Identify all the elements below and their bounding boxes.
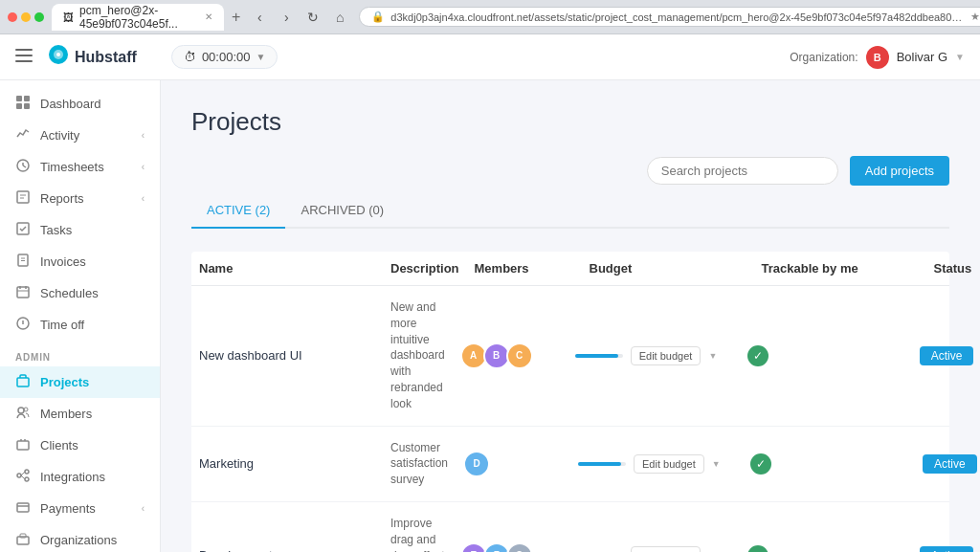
svg-rect-2 xyxy=(15,60,33,62)
project-members: E F G xyxy=(453,542,568,552)
avatar: G xyxy=(506,542,533,552)
sidebar-item-tasks[interactable]: Tasks xyxy=(0,214,160,246)
project-description: Improve drag and drop effect in product … xyxy=(383,516,453,552)
logo-icon xyxy=(48,44,69,70)
address-bar[interactable]: 🔒 d3kdj0p3ajn4xa.cloudfront.net/assets/s… xyxy=(359,7,980,27)
new-tab-button[interactable]: + xyxy=(232,4,240,31)
add-projects-button[interactable]: Add projects xyxy=(850,156,949,186)
menu-icon[interactable] xyxy=(15,47,33,67)
traffic-light-red[interactable] xyxy=(8,12,17,22)
reports-icon xyxy=(15,190,31,207)
sidebar-item-reports[interactable]: Reports ‹ xyxy=(0,183,160,214)
app-body: Dashboard Activity ‹ Timesheets ‹ Report… xyxy=(0,80,980,552)
sidebar-item-schedules[interactable]: Schedules xyxy=(0,277,160,309)
svg-point-5 xyxy=(56,53,60,56)
project-trackable: ✓ xyxy=(740,545,912,552)
browser-tab[interactable]: 🖼 pcm_hero@2x-45e9bf073c04e5f... ✕ xyxy=(52,4,224,31)
sidebar-item-activity[interactable]: Activity ‹ xyxy=(0,120,160,151)
search-input[interactable] xyxy=(647,157,838,185)
svg-point-33 xyxy=(25,470,29,474)
svg-line-12 xyxy=(23,166,26,167)
timesheets-chevron-icon: ‹ xyxy=(142,162,145,172)
edit-budget-button[interactable]: Edit budget xyxy=(631,546,702,552)
timer-chevron-icon: ▼ xyxy=(256,52,266,62)
logo-text: Hubstaff xyxy=(75,49,137,66)
reload-button[interactable]: ↻ xyxy=(301,6,324,29)
main-content: Projects Add projects ACTIVE (2) ARCHIVE… xyxy=(161,80,980,552)
sidebar-item-dashboard[interactable]: Dashboard xyxy=(0,88,160,120)
dashboard-icon xyxy=(15,96,31,112)
top-nav: Hubstaff ⏱ 00:00:00 ▼ Organization: B Bo… xyxy=(0,34,980,80)
schedules-icon xyxy=(15,285,31,301)
org-chevron-icon[interactable]: ▼ xyxy=(955,52,965,62)
members-icon xyxy=(15,406,31,422)
home-button[interactable]: ⌂ xyxy=(328,6,351,29)
sidebar-item-projects[interactable]: Projects xyxy=(0,366,160,398)
avatar: C xyxy=(506,342,533,369)
sidebar-item-organizations[interactable]: Organizations xyxy=(0,524,160,552)
sidebar-item-members[interactable]: Members xyxy=(0,398,160,430)
svg-point-34 xyxy=(25,477,29,481)
back-button[interactable]: ‹ xyxy=(248,6,271,29)
sidebar-item-integrations[interactable]: Integrations xyxy=(0,461,160,493)
top-actions: Add projects xyxy=(191,156,949,186)
org-label: Organization: xyxy=(790,51,858,64)
project-budget: Edit budget ▼ xyxy=(568,546,740,552)
projects-table: Name Description Members Budget Trackabl… xyxy=(191,252,949,552)
projects-icon xyxy=(15,374,31,390)
sidebar-item-label: Schedules xyxy=(40,286,99,300)
svg-rect-9 xyxy=(24,103,30,109)
tab-title: pcm_hero@2x-45e9bf073c04e5f... xyxy=(79,4,199,31)
edit-budget-button[interactable]: Edit budget xyxy=(634,454,704,474)
sidebar-item-invoices[interactable]: Invoices xyxy=(0,246,160,277)
trackable-check-icon: ✓ xyxy=(747,345,768,366)
sidebar-item-timesheets[interactable]: Timesheets ‹ xyxy=(0,151,160,183)
budget-chevron-icon: ▼ xyxy=(712,459,721,469)
project-name: Marketing xyxy=(191,456,383,471)
active-badge: Active xyxy=(920,546,974,552)
forward-button[interactable]: › xyxy=(275,6,298,29)
svg-rect-6 xyxy=(16,96,22,101)
sidebar-item-timeoff[interactable]: Time off xyxy=(0,309,160,341)
active-badge: Active xyxy=(923,454,977,474)
sidebar-item-label: Activity xyxy=(40,128,79,143)
avatar: E xyxy=(460,542,487,552)
avatar: D xyxy=(463,451,490,477)
project-description: New and more intuitive dashboard with re… xyxy=(383,299,453,412)
reports-chevron-icon: ‹ xyxy=(142,193,145,204)
payments-chevron-icon: ‹ xyxy=(142,503,145,514)
project-status: Active Edit budget ▼ xyxy=(912,546,980,552)
timeoff-icon xyxy=(15,317,31,333)
svg-rect-8 xyxy=(16,103,22,109)
sidebar-item-clients[interactable]: Clients xyxy=(0,430,160,461)
tab-active[interactable]: ACTIVE (2) xyxy=(191,193,285,229)
activity-chevron-icon: ‹ xyxy=(142,130,145,141)
avatar: F xyxy=(483,542,510,552)
tab-archived[interactable]: ARCHIVED (0) xyxy=(285,193,399,229)
svg-rect-13 xyxy=(17,191,29,203)
search-wrapper xyxy=(647,157,838,185)
traffic-light-yellow[interactable] xyxy=(21,12,31,22)
project-budget: Edit budget ▼ xyxy=(568,346,740,365)
svg-line-35 xyxy=(21,472,25,475)
page-title: Projects xyxy=(191,107,949,137)
budget-chevron-icon: ▼ xyxy=(708,351,717,361)
col-status: Status xyxy=(926,261,980,276)
sidebar-item-label: Timesheets xyxy=(40,160,104,174)
edit-budget-button[interactable]: Edit budget xyxy=(631,346,702,365)
sidebar-item-payments[interactable]: Payments ‹ xyxy=(0,493,160,524)
tab-close-icon[interactable]: ✕ xyxy=(205,11,212,22)
browser-controls: ‹ › ↻ ⌂ xyxy=(248,6,351,29)
project-budget: Edit budget ▼ xyxy=(570,454,743,474)
sidebar-item-label: Reports xyxy=(40,191,84,206)
invoices-icon xyxy=(15,254,31,270)
traffic-light-green[interactable] xyxy=(34,12,44,22)
timer-area[interactable]: ⏱ 00:00:00 ▼ xyxy=(171,45,278,69)
col-description: Description xyxy=(383,261,467,276)
clients-icon xyxy=(15,437,31,453)
integrations-icon xyxy=(15,469,31,485)
browser-chrome: 🖼 pcm_hero@2x-45e9bf073c04e5f... ✕ + ‹ ›… xyxy=(0,0,980,34)
sidebar-item-label: Dashboard xyxy=(40,97,101,111)
project-trackable: ✓ xyxy=(743,453,915,475)
project-members: D xyxy=(456,451,570,477)
